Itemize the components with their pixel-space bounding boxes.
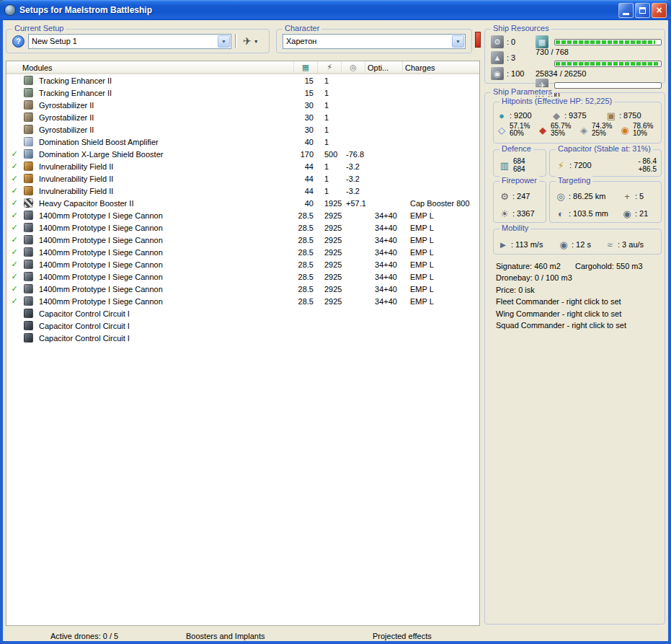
module-cpu-value: 28.5	[294, 236, 318, 244]
character-select-button[interactable]: ▼	[452, 35, 464, 48]
targeting-group: Targeting ◎ : 86.25 km + : 5 ◐ : 103.5 m…	[549, 181, 662, 223]
column-powergrid: ⚡	[318, 61, 342, 74]
module-optimal-value: 34+40	[365, 236, 403, 244]
targeting-range-value: : 86.25 km	[569, 192, 605, 200]
module-row[interactable]: ✓ Invulnerability Field II 44 1 -3.2	[6, 185, 479, 197]
module-row[interactable]: ✓ 1400mm Prototype I Siege Cannon 28.5 2…	[6, 270, 479, 283]
module-cpu-value: 44	[294, 175, 318, 183]
capacitor-group: Capacitor (Stable at: 31%) ⚡ : 7200 - 86…	[549, 149, 662, 177]
modules-table: Modules ▦ ⚡ ◎ Opti... Charges Tracking E…	[6, 61, 480, 626]
module-cpu-value: 28.5	[294, 285, 318, 294]
scan-resolution-icon: ◐	[554, 208, 567, 219]
minimize-button[interactable]	[618, 3, 634, 18]
squad-commander-setter[interactable]: Squad Commander - right click to set	[496, 319, 662, 331]
setup-select-button[interactable]: ▼	[218, 35, 230, 48]
explosive-resist-armor: 10%	[633, 130, 653, 137]
module-row[interactable]: ✓ 1400mm Prototype I Siege Cannon 28.5 2…	[6, 209, 479, 221]
capacitor-icon: ⚡	[554, 159, 567, 171]
module-charges-value: EMP L	[403, 273, 479, 281]
cpu-resource: ▦ 730 / 768	[536, 35, 662, 56]
cpu-icon: ▦	[301, 63, 311, 73]
targeting-range-icon: ◎	[554, 190, 567, 202]
titlebar[interactable]: Setups for Maelstrom Battleship ×	[0, 0, 671, 20]
shield-icon: ●	[495, 110, 508, 121]
character-select[interactable]: Харетон ▼	[283, 34, 466, 49]
module-row[interactable]: Capacitor Control Circuit I	[6, 332, 479, 344]
capacitor-recharge-value: +86.5	[638, 165, 657, 173]
powergrid-bar-value: 25834 / 26250	[536, 70, 662, 78]
close-button[interactable]: ×	[652, 3, 667, 18]
turret-hardpoint-icon: ⚙	[491, 35, 504, 48]
module-charges-value: EMP L	[403, 285, 479, 294]
hitpoints-group: Hitpoints (Effective HP: 52,225) ● : 920…	[493, 102, 662, 144]
module-icon	[24, 100, 33, 110]
module-row[interactable]: ✓ Heavy Capacitor Booster II 40 1925 +57…	[6, 197, 479, 209]
thermal-resist-icon: ◆	[536, 124, 549, 136]
module-row[interactable]: Gyrostabilizer II 30 1	[6, 99, 479, 111]
module-row[interactable]: ✓ Domination X-Large Shield Booster 170 …	[6, 148, 479, 160]
module-icon	[24, 186, 33, 195]
module-row[interactable]: ✓ 1400mm Prototype I Siege Cannon 28.5 2…	[6, 295, 479, 307]
module-row[interactable]: ✓ 1400mm Prototype I Siege Cannon 28.5 2…	[6, 258, 479, 270]
column-cpu: ▦	[294, 61, 318, 74]
fleet-commander-setter[interactable]: Fleet Commander - right click to set	[496, 296, 662, 307]
module-optimal-value: 34+40	[365, 273, 403, 281]
boosters-implants-panel[interactable]: Boosters and Implants	[186, 632, 265, 640]
sensor-strength-value: : 21	[635, 209, 648, 218]
active-drones-panel[interactable]: Active drones: 0 / 5	[50, 632, 118, 640]
module-row[interactable]: Tracking Enhancer II 15 1	[6, 74, 479, 87]
module-cpu-value: 30	[294, 101, 318, 110]
module-optimal-value: 34+40	[365, 297, 403, 306]
max-velocity-value: : 113 m/s	[511, 240, 543, 249]
character-select-value: Харетон	[283, 37, 451, 45]
module-row[interactable]: ✓ Invulnerability Field II 44 1 -3.2	[6, 172, 479, 185]
module-powergrid-value: 2925	[318, 211, 342, 220]
toolbar-separator	[235, 34, 237, 48]
module-row[interactable]: Capacitor Control Circuit I	[6, 307, 479, 319]
module-row[interactable]: ✓ 1400mm Prototype I Siege Cannon 28.5 2…	[6, 283, 479, 295]
module-row[interactable]: ✓ 1400mm Prototype I Siege Cannon 28.5 2…	[6, 234, 479, 246]
module-name: 1400mm Prototype I Siege Cannon	[35, 260, 294, 269]
module-name: 1400mm Prototype I Siege Cannon	[35, 273, 294, 281]
module-capacitor-value: -3.2	[342, 175, 365, 183]
ship-menu-button[interactable]: ✈ ▼	[241, 34, 261, 48]
module-powergrid-value: 500	[318, 150, 342, 159]
projected-effects-panel[interactable]: Projected effects	[373, 632, 432, 640]
module-cpu-value: 44	[294, 162, 318, 171]
module-row[interactable]: Tracking Enhancer II 15 1	[6, 87, 479, 99]
module-optimal-value: 34+40	[365, 224, 403, 232]
module-powergrid-value: 1	[318, 138, 342, 146]
price-value: Price: 0 isk	[496, 284, 662, 296]
module-powergrid-value: 1	[318, 187, 342, 195]
setup-select[interactable]: New Setup 1 ▼	[28, 34, 231, 49]
module-cpu-value: 28.5	[294, 297, 318, 306]
module-row[interactable]: Capacitor Control Circuit I	[6, 319, 479, 332]
help-button[interactable]: ?	[12, 35, 25, 48]
module-icon	[24, 211, 33, 220]
module-name: Gyrostabilizer II	[35, 101, 294, 110]
module-powergrid-value: 2925	[318, 273, 342, 281]
maximize-icon	[639, 7, 646, 14]
module-row[interactable]: Gyrostabilizer II 30 1	[6, 123, 479, 136]
module-row[interactable]: ✓ 1400mm Prototype I Siege Cannon 28.5 2…	[6, 221, 479, 234]
module-row[interactable]: Gyrostabilizer II 30 1	[6, 111, 479, 123]
ship-resources-group: Ship Resources ⚙ : 0 ▲ : 3 ◉ : 100 ▦	[484, 29, 665, 84]
module-name: 1400mm Prototype I Siege Cannon	[35, 236, 294, 244]
module-capacitor-value: -3.2	[342, 187, 365, 195]
module-row[interactable]: Domination Shield Boost Amplifier 40 1	[6, 136, 479, 148]
calibration-value: : 100	[507, 69, 524, 78]
column-modules: Modules	[6, 61, 294, 74]
volley-icon: ☀	[498, 208, 511, 219]
wing-commander-setter[interactable]: Wing Commander - right click to set	[496, 308, 662, 319]
module-row[interactable]: ✓ Invulnerability Field II 44 1 -3.2	[6, 160, 479, 172]
structure-hp-value: : 8750	[619, 111, 641, 120]
module-name: Invulnerability Field II	[35, 162, 294, 171]
resists-row: ◇ 57.1% 60% ◆ 65.7% 35%	[495, 123, 659, 137]
targeting-label: Targeting	[556, 176, 592, 185]
cpu-bar-fill	[556, 40, 655, 44]
firepower-group: Firepower ⚙ : 247 ☀ : 3367	[493, 181, 546, 223]
maximize-button[interactable]	[635, 3, 650, 18]
module-icon	[24, 198, 33, 208]
module-icon	[24, 125, 33, 134]
module-row[interactable]: ✓ 1400mm Prototype I Siege Cannon 28.5 2…	[6, 246, 479, 258]
